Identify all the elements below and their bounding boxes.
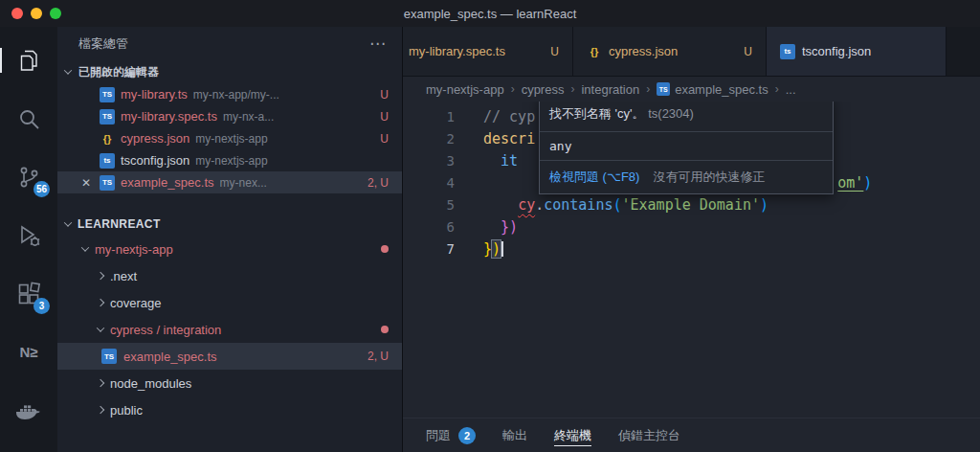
text-cursor (501, 241, 503, 257)
chevron-separator-icon: › (570, 82, 574, 96)
code-token-error-identifier: cy (518, 196, 535, 214)
chevron-down-icon (81, 243, 89, 251)
code-editor[interactable]: 1 // cyp 2 descri 3 it 4 om') (403, 102, 980, 418)
sidebar-title-row: 檔案總管 (57, 27, 402, 60)
activity-explorer[interactable] (14, 46, 43, 75)
code-token-bracket-match: ) (492, 240, 501, 258)
json-file-icon: {} (587, 46, 602, 57)
activity-run-debug[interactable] (14, 221, 43, 250)
breadcrumb-item[interactable]: cypress (522, 82, 565, 97)
code-token-function: descri (483, 130, 535, 147)
run-debug-icon (16, 223, 41, 248)
chevron-separator-icon: › (646, 82, 650, 96)
tree-item-example-spec-ts[interactable]: TS example_spec.ts 2, U (57, 343, 402, 370)
tab-label: tsconfig.json (802, 44, 871, 58)
tree-item-next[interactable]: .next (57, 262, 402, 289)
activity-docker[interactable] (14, 396, 43, 425)
ts-file-icon: TS (100, 175, 115, 191)
panel-tab-output[interactable]: 輸出 (502, 418, 527, 452)
code-token-bracket: }) (483, 218, 518, 236)
chevron-right-icon (97, 379, 104, 387)
file-path: my-nx-app/my-... (193, 88, 279, 102)
workspace-name: LEARNREACT (78, 217, 161, 231)
activity-extensions[interactable]: 3 (14, 280, 43, 308)
error-code: ts(2304) (648, 106, 694, 121)
breadcrumb-item-more[interactable]: ... (786, 82, 796, 97)
git-status-badge: U (372, 132, 389, 146)
breadcrumb-label: ... (786, 82, 796, 97)
chevron-down-icon (97, 324, 104, 331)
tree-item-node-modules[interactable]: node_modules (57, 370, 402, 396)
folder-name: .next (110, 269, 137, 283)
search-icon (16, 106, 41, 131)
git-status-badge: U (372, 88, 389, 102)
tree-item-my-nextjs-app[interactable]: my-nextjs-app (57, 236, 402, 262)
file-name: tsconfig.json (121, 153, 189, 168)
line-number: 3 (403, 150, 455, 172)
error-message: 找不到名稱 'cy'。 (549, 106, 645, 121)
code-token-indent (483, 196, 518, 214)
breadcrumb-label: my-nextjs-app (426, 82, 504, 97)
breadcrumb-label: integration (581, 82, 639, 97)
more-actions-icon[interactable] (369, 34, 387, 54)
open-editor-item-tsconfig-json[interactable]: ts tsconfig.json my-nextjs-app (57, 149, 402, 171)
panel-tab-label: 偵錯主控台 (618, 427, 680, 444)
tab-my-library-spec-ts[interactable]: my-library.spec.ts U (403, 27, 573, 76)
modified-dot-badge (381, 245, 389, 253)
git-status-badge: U (372, 110, 389, 124)
problems-count-badge: 2 (458, 427, 476, 444)
file-name: example_spec.ts (121, 175, 214, 190)
folder-name: cypress / integration (110, 323, 221, 337)
panel-tab-bar: 問題 2 輸出 終端機 偵錯主控台 (403, 418, 980, 452)
file-name: example_spec.ts (123, 350, 217, 364)
ts-file-icon: TS (100, 87, 115, 102)
activity-nx-console[interactable] (14, 338, 43, 367)
open-editor-item-example-spec-ts[interactable]: TS example_spec.ts my-nex... 2, U (57, 171, 402, 193)
docker-whale-icon (14, 398, 43, 423)
code-token-comment: // cyp (483, 108, 535, 125)
git-status-badge: U (550, 45, 559, 58)
activity-search[interactable] (14, 104, 43, 133)
window-controls (11, 8, 61, 19)
zoom-window-button[interactable] (50, 8, 61, 19)
code-token-punct: . (535, 196, 544, 214)
tab-cypress-json[interactable]: {} cypress.json U (573, 27, 767, 76)
chevron-right-icon (97, 272, 104, 280)
panel-tab-terminal[interactable]: 終端機 (554, 418, 591, 452)
view-problem-link[interactable]: 檢視問題 (⌥F8) (549, 169, 639, 186)
sidebar-title: 檔案總管 (78, 35, 128, 53)
breadcrumb-item[interactable]: my-nextjs-app (426, 82, 504, 97)
workspace-header[interactable]: LEARNREACT (57, 213, 402, 236)
file-path: my-nextjs-app (195, 132, 267, 146)
ts-file-icon: TS (657, 82, 670, 96)
code-token-bracket: ) (863, 174, 872, 192)
modified-dot-badge (381, 326, 389, 333)
extensions-badge: 3 (33, 298, 50, 314)
panel-tab-problems[interactable]: 問題 2 (426, 418, 476, 452)
tree-item-public[interactable]: public (57, 396, 402, 423)
open-editor-item-my-library-spec-ts[interactable]: TS my-library.spec.ts my-nx-a... U (57, 105, 402, 127)
vscode-window: example_spec.ts — learnReact 56 (0, 0, 980, 452)
tooltip-actions-row: 檢視問題 (⌥F8) 沒有可用的快速修正 (540, 160, 833, 193)
tab-tsconfig-json[interactable]: ts tsconfig.json (767, 27, 947, 76)
open-editor-item-my-library-ts[interactable]: TS my-library.ts my-nx-app/my-... U (57, 83, 402, 105)
activity-source-control[interactable]: 56 (14, 163, 43, 192)
close-icon[interactable] (78, 176, 94, 190)
line-number: 4 (403, 172, 455, 194)
line-number-current: 7 (403, 238, 455, 260)
open-editor-item-cypress-json[interactable]: {} cypress.json my-nextjs-app U (57, 127, 402, 149)
breadcrumb-item[interactable]: integration (581, 82, 639, 97)
close-window-button[interactable] (11, 8, 23, 19)
open-editors-header[interactable]: 已開啟的編輯器 (57, 60, 402, 83)
error-hover-tooltip: 找不到名稱 'cy'。 ts(2304) any 檢視問題 (⌥F8) 沒有可用… (539, 102, 834, 194)
tree-item-cypress-integration[interactable]: cypress / integration (57, 316, 402, 343)
editor-group: my-library.spec.ts U {} cypress.json U t… (402, 27, 980, 452)
tsconfig-file-icon: ts (100, 153, 115, 169)
line-number: 1 (403, 106, 455, 128)
minimize-window-button[interactable] (31, 8, 42, 19)
breadcrumb-item-file[interactable]: TS example_spec.ts (657, 82, 768, 97)
folder-name: my-nextjs-app (95, 242, 173, 257)
tree-item-coverage[interactable]: coverage (57, 289, 402, 316)
file-path: my-nextjs-app (195, 154, 267, 168)
panel-tab-debug-console[interactable]: 偵錯主控台 (618, 418, 680, 452)
